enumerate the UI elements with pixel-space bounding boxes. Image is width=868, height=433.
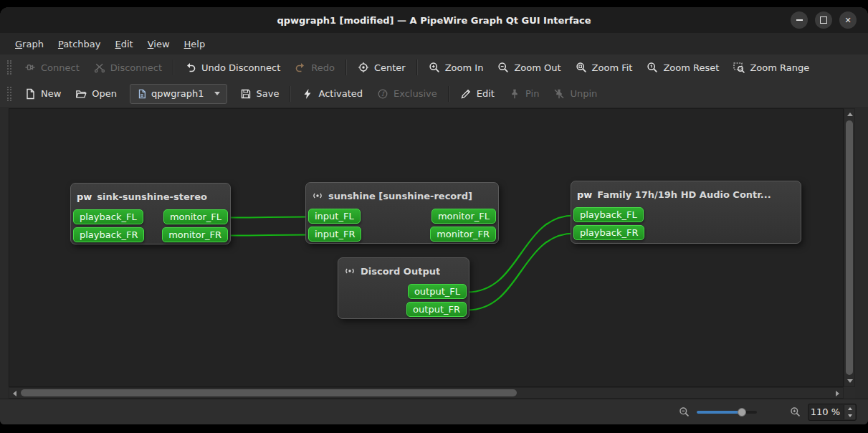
menubar: Graph Patchbay Edit View Help bbox=[0, 33, 868, 55]
node-header[interactable]: pw sink-sunshine-stereo bbox=[71, 184, 230, 207]
audio-in-port[interactable]: playback_FL bbox=[73, 209, 143, 224]
audio-in-port[interactable]: input_FL bbox=[308, 209, 361, 224]
node-header[interactable]: pw Family 17h/19h HD Audio Contr... bbox=[571, 181, 801, 205]
audio-out-port[interactable]: monitor_FR bbox=[430, 227, 496, 242]
graph-canvas[interactable]: pw sink-sunshine-stereo playback_FL play… bbox=[9, 108, 844, 387]
patchbay-combobox[interactable]: qpwgraph1 bbox=[130, 84, 226, 104]
node-title: sink-sunshine-stereo bbox=[97, 191, 207, 202]
zoom-reset-label: Zoom Reset bbox=[663, 62, 719, 73]
save-button[interactable]: Save bbox=[233, 84, 287, 104]
zoom-reset-icon bbox=[647, 62, 658, 73]
zoom-slider[interactable] bbox=[697, 406, 757, 418]
minimize-button[interactable] bbox=[791, 11, 808, 29]
pin-button[interactable]: Pin bbox=[502, 84, 546, 104]
zoom-fit-icon bbox=[576, 62, 587, 73]
audio-out-port[interactable]: monitor_FR bbox=[162, 227, 228, 242]
node-header[interactable]: sunshine [sunshine-record] bbox=[306, 183, 498, 206]
unpin-icon bbox=[553, 88, 565, 100]
zoom-out-button[interactable]: Zoom Out bbox=[490, 57, 568, 77]
center-icon bbox=[358, 62, 369, 73]
unpin-button[interactable]: Unpin bbox=[546, 84, 604, 104]
audio-in-port[interactable]: playback_FR bbox=[73, 227, 144, 242]
close-button[interactable]: ✕ bbox=[839, 11, 857, 29]
scroll-left-icon[interactable] bbox=[13, 391, 16, 396]
toolbar-drag-handle[interactable] bbox=[7, 60, 11, 75]
connection-wires[interactable] bbox=[9, 109, 843, 386]
toolbar-separator bbox=[173, 60, 174, 75]
node-sink-sunshine-stereo[interactable]: pw sink-sunshine-stereo playback_FL play… bbox=[70, 183, 231, 244]
node-family-hd-audio[interactable]: pw Family 17h/19h HD Audio Contr... play… bbox=[571, 181, 801, 244]
open-button[interactable]: Open bbox=[68, 84, 124, 104]
audio-out-port[interactable]: monitor_FL bbox=[431, 209, 496, 224]
vertical-scrollbar[interactable] bbox=[844, 108, 855, 387]
exclusive-icon: f bbox=[377, 88, 388, 100]
exclusive-toggle[interactable]: f Exclusive bbox=[370, 84, 444, 104]
zoom-in-label: Zoom In bbox=[445, 62, 484, 73]
spin-up-button[interactable] bbox=[844, 405, 855, 412]
titlebar[interactable]: qpwgraph1 [modified] — A PipeWire Graph … bbox=[0, 7, 868, 34]
edit-toggle[interactable]: Edit bbox=[453, 84, 502, 104]
menu-edit-rest: dit bbox=[121, 39, 133, 49]
undo-disconnect-button[interactable]: Undo Disconnect bbox=[178, 57, 287, 77]
spin-down-button[interactable] bbox=[844, 412, 855, 419]
activated-toggle[interactable]: Activated bbox=[295, 84, 370, 104]
connect-icon bbox=[24, 62, 36, 73]
new-button[interactable]: New bbox=[17, 84, 68, 104]
zoom-range-icon bbox=[733, 62, 745, 73]
menu-view-rest: iew bbox=[153, 39, 169, 49]
maximize-button[interactable] bbox=[815, 11, 832, 29]
menu-graph[interactable]: Graph bbox=[9, 36, 50, 52]
node-sunshine-record[interactable]: sunshine [sunshine-record] input_FL inpu… bbox=[305, 182, 499, 244]
audio-out-port[interactable]: output_FR bbox=[406, 302, 467, 317]
toolbar-separator bbox=[448, 86, 449, 102]
audio-in-port[interactable]: playback_FR bbox=[573, 225, 644, 240]
zoom-in-button[interactable]: Zoom In bbox=[421, 57, 491, 77]
output-ports: output_FL output_FR bbox=[406, 284, 467, 317]
activated-label: Activated bbox=[318, 88, 363, 99]
pin-label: Pin bbox=[525, 88, 539, 99]
input-ports: input_FL input_FR bbox=[308, 209, 361, 242]
spin-buttons bbox=[844, 405, 855, 419]
menu-patchbay[interactable]: Patchbay bbox=[52, 36, 108, 52]
audio-in-port[interactable]: playback_FL bbox=[573, 207, 644, 222]
redo-button[interactable]: Redo bbox=[287, 57, 342, 77]
zoom-slider-handle[interactable] bbox=[738, 408, 746, 417]
disconnect-button[interactable]: Disconnect bbox=[87, 57, 169, 77]
audio-in-port[interactable]: input_FR bbox=[308, 227, 361, 242]
speaker-icon bbox=[344, 265, 356, 277]
audio-out-port[interactable]: output_FL bbox=[408, 284, 467, 299]
zoom-range-button[interactable]: Zoom Range bbox=[726, 57, 816, 77]
file-toolbar: New Open qpwgraph1 Save Act bbox=[0, 80, 868, 108]
new-label: New bbox=[41, 88, 61, 99]
toolbar-drag-handle[interactable] bbox=[7, 87, 11, 101]
unpin-label: Unpin bbox=[570, 88, 597, 99]
scroll-up-icon[interactable] bbox=[847, 113, 853, 116]
node-header[interactable]: Discord Output bbox=[338, 258, 469, 282]
menu-view[interactable]: View bbox=[141, 36, 176, 52]
zoom-reset-button[interactable]: Zoom Reset bbox=[639, 57, 726, 77]
scroll-down-icon[interactable] bbox=[847, 379, 853, 383]
window-title: qpwgraph1 [modified] — A PipeWire Graph … bbox=[277, 15, 591, 26]
undo-icon bbox=[185, 62, 196, 73]
close-icon: ✕ bbox=[844, 16, 851, 25]
menu-help[interactable]: Help bbox=[178, 36, 212, 52]
center-button[interactable]: Center bbox=[350, 57, 413, 77]
new-document-icon bbox=[24, 88, 36, 100]
vertical-scrollbar-thumb[interactable] bbox=[846, 120, 853, 375]
input-ports: playback_FL playback_FR bbox=[73, 209, 144, 242]
zoom-fit-button[interactable]: Zoom Fit bbox=[568, 57, 640, 77]
chevron-down-icon bbox=[214, 92, 220, 95]
horizontal-scrollbar[interactable] bbox=[9, 387, 844, 399]
connect-button[interactable]: Connect bbox=[17, 57, 87, 77]
zoom-slider-fill bbox=[697, 411, 742, 414]
horizontal-scrollbar-thumb[interactable] bbox=[21, 389, 517, 396]
scroll-right-icon[interactable] bbox=[836, 391, 839, 396]
menu-edit[interactable]: Edit bbox=[109, 36, 140, 52]
input-ports: playback_FL playback_FR bbox=[573, 207, 644, 240]
maximize-icon bbox=[820, 16, 827, 24]
node-discord-output[interactable]: Discord Output output_FL output_FR bbox=[338, 257, 469, 319]
spin-down-icon bbox=[848, 414, 852, 417]
audio-out-port[interactable]: monitor_FL bbox=[163, 209, 228, 224]
app-window: qpwgraph1 [modified] — A PipeWire Graph … bbox=[0, 7, 868, 424]
zoom-percent-spinbox[interactable]: 110 % bbox=[808, 404, 857, 421]
